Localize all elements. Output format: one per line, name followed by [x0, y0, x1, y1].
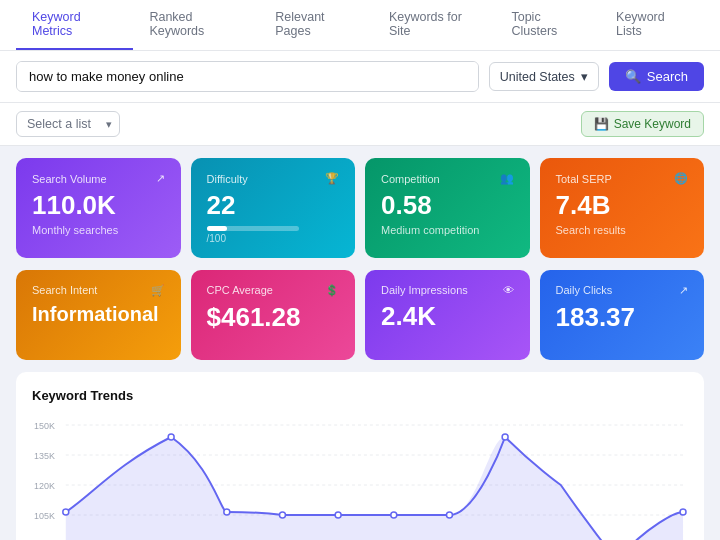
country-select[interactable]: United States ▾ [489, 62, 599, 91]
card-daily-clicks: Daily Clicks ↗ 183.37 [540, 270, 705, 360]
total-serp-value: 7.4B [556, 191, 689, 220]
tab-ranked-keywords[interactable]: Ranked Keywords [133, 0, 259, 50]
main-content: Search Volume ↗ 110.0K Monthly searches … [0, 146, 720, 540]
total-serp-icon: 🌐 [674, 172, 688, 185]
competition-icon: 👥 [500, 172, 514, 185]
chevron-down-icon: ▾ [581, 69, 588, 84]
save-keyword-label: Save Keyword [614, 117, 691, 131]
card-difficulty-label: Difficulty 🏆 [207, 172, 340, 185]
card-total-serp-label: Total SERP 🌐 [556, 172, 689, 185]
card-search-volume-label: Search Volume ↗ [32, 172, 165, 185]
search-input-wrap [16, 61, 479, 92]
search-volume-label-text: Search Volume [32, 173, 107, 185]
chart-point-jul [502, 434, 508, 440]
total-serp-sub: Search results [556, 224, 689, 236]
card-impressions-label: Daily Impressions 👁 [381, 284, 514, 296]
search-input[interactable] [17, 62, 478, 91]
trends-chart: 150K 135K 120K 105K 90K [32, 415, 688, 540]
list-select[interactable]: Select a list [16, 111, 120, 137]
chart-point-jun [446, 512, 452, 518]
impressions-label-text: Daily Impressions [381, 284, 468, 296]
save-keyword-button[interactable]: 💾 Save Keyword [581, 111, 704, 137]
search-volume-value: 110.0K [32, 191, 165, 220]
tab-topic-clusters[interactable]: Topic Clusters [495, 0, 600, 50]
list-select-wrap: Select a list [16, 111, 120, 137]
cards-row-2: Search Intent 🛒 Informational CPC Averag… [16, 270, 704, 360]
difficulty-progress-label: /100 [207, 233, 340, 244]
chart-point-may [391, 512, 397, 518]
clicks-value: 183.37 [556, 303, 689, 332]
card-search-intent: Search Intent 🛒 Informational [16, 270, 181, 360]
chart-point-oct [680, 509, 686, 515]
card-search-volume: Search Volume ↗ 110.0K Monthly searches [16, 158, 181, 258]
difficulty-progress-wrap [207, 226, 300, 231]
search-button-label: Search [647, 69, 688, 84]
impressions-value: 2.4K [381, 302, 514, 331]
search-intent-label-text: Search Intent [32, 284, 97, 296]
cpc-icon: 💲 [325, 284, 339, 297]
total-serp-label-text: Total SERP [556, 173, 612, 185]
search-volume-sub: Monthly searches [32, 224, 165, 236]
competition-sub: Medium competition [381, 224, 514, 236]
chart-panel: Keyword Trends 150K 135K 120K 105K 90K [16, 372, 704, 540]
top-nav: Keyword Metrics Ranked Keywords Relevant… [0, 0, 720, 51]
chart-point-jan [168, 434, 174, 440]
search-button[interactable]: 🔍 Search [609, 62, 704, 91]
competition-label-text: Competition [381, 173, 440, 185]
svg-text:120K: 120K [34, 481, 55, 491]
tab-keyword-lists[interactable]: Keyword Lists [600, 0, 704, 50]
card-total-serp: Total SERP 🌐 7.4B Search results [540, 158, 705, 258]
search-row: United States ▾ 🔍 Search [0, 51, 720, 103]
search-intent-value: Informational [32, 303, 165, 325]
impressions-icon: 👁 [503, 284, 514, 296]
save-icon: 💾 [594, 117, 609, 131]
card-daily-impressions: Daily Impressions 👁 2.4K [365, 270, 530, 360]
card-cpc-label: CPC Average 💲 [207, 284, 340, 297]
card-cpc-average: CPC Average 💲 $461.28 [191, 270, 356, 360]
chart-point-mar [279, 512, 285, 518]
svg-text:135K: 135K [34, 451, 55, 461]
tab-keyword-metrics[interactable]: Keyword Metrics [16, 0, 133, 50]
difficulty-label-text: Difficulty [207, 173, 248, 185]
search-icon: 🔍 [625, 69, 641, 84]
difficulty-progress-fill [207, 226, 227, 231]
list-row: Select a list 💾 Save Keyword [0, 103, 720, 146]
chart-point-nov [63, 509, 69, 515]
tab-keywords-for-site[interactable]: Keywords for Site [373, 0, 496, 50]
competition-value: 0.58 [381, 191, 514, 220]
card-competition-label: Competition 👥 [381, 172, 514, 185]
chart-title: Keyword Trends [32, 388, 688, 403]
country-label: United States [500, 70, 575, 84]
svg-text:105K: 105K [34, 511, 55, 521]
card-search-intent-label: Search Intent 🛒 [32, 284, 165, 297]
card-competition: Competition 👥 0.58 Medium competition [365, 158, 530, 258]
cpc-label-text: CPC Average [207, 284, 273, 296]
cpc-value: $461.28 [207, 303, 340, 332]
search-volume-icon: ↗ [156, 172, 165, 185]
clicks-icon: ↗ [679, 284, 688, 297]
difficulty-icon: 🏆 [325, 172, 339, 185]
chart-point-apr [335, 512, 341, 518]
chart-point-feb [224, 509, 230, 515]
chart-area: 150K 135K 120K 105K 90K [32, 415, 688, 540]
tab-relevant-pages[interactable]: Relevant Pages [259, 0, 373, 50]
card-difficulty: Difficulty 🏆 22 /100 [191, 158, 356, 258]
card-clicks-label: Daily Clicks ↗ [556, 284, 689, 297]
cards-row-1: Search Volume ↗ 110.0K Monthly searches … [16, 158, 704, 258]
difficulty-value: 22 [207, 191, 340, 220]
svg-text:150K: 150K [34, 421, 55, 431]
clicks-label-text: Daily Clicks [556, 284, 613, 296]
search-intent-icon: 🛒 [151, 284, 165, 297]
